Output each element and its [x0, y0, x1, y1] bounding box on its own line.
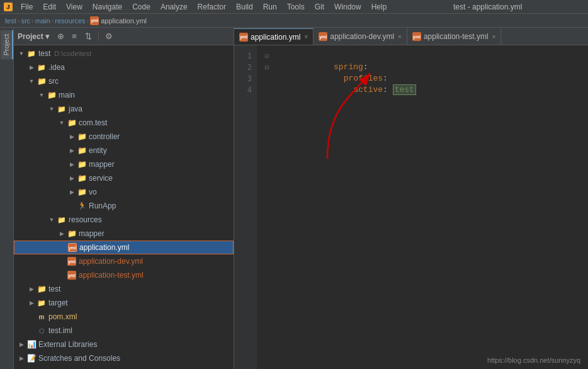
tree-label-resources: resources [69, 215, 102, 224]
tree-item-test-iml[interactable]: ▶ ⬡ test.iml [14, 324, 234, 338]
tab-yaml-icon: yml [239, 33, 248, 42]
breadcrumb-file[interactable]: application.yml [101, 17, 147, 25]
breadcrumb-main[interactable]: main [35, 17, 50, 25]
toolbar-sort-icon[interactable]: ⇅ [83, 31, 93, 42]
tree-item-mapper-java[interactable]: ▶ 📁 mapper [14, 157, 234, 171]
menu-view[interactable]: View [62, 1, 87, 13]
folder-icon: 📁 [77, 132, 87, 142]
folder-icon: 📁 [77, 159, 87, 169]
tree-label-idea: .idea [48, 63, 65, 72]
tree-label-target: target [48, 298, 68, 307]
fold-4 [257, 84, 277, 96]
menu-run[interactable]: Run [259, 1, 281, 13]
yaml-dev-icon: yml [67, 256, 77, 266]
scratch-icon: 📝 [26, 353, 37, 363]
menu-refactor[interactable]: Refactor [193, 1, 230, 13]
menu-help[interactable]: Help [367, 1, 392, 13]
menu-navigate[interactable]: Navigate [88, 1, 127, 13]
tab-application-test-yml[interactable]: yml application-test.yml × [407, 28, 502, 45]
tab-close-dev[interactable]: × [398, 33, 402, 40]
tree-item-test-dir[interactable]: ▶ 📁 test [14, 282, 234, 296]
menu-build[interactable]: Build [232, 1, 257, 13]
expand-arrow: ▶ [67, 161, 77, 167]
toolbar-settings-icon[interactable]: ⚙ [104, 31, 114, 42]
tree-label-application-test-yml: application-test.yml [79, 271, 144, 280]
toolbar-list-icon[interactable]: ≡ [69, 31, 79, 42]
folder-icon: 📁 [67, 118, 77, 128]
breadcrumb-resources[interactable]: resources [55, 17, 85, 25]
tab-close-test[interactable]: × [492, 33, 496, 40]
editor-tabs: yml application.yml × yml application-de… [234, 28, 588, 45]
tree-item-pom-xml[interactable]: ▶ m pom.xml [14, 310, 234, 324]
expand-arrow: ▶ [26, 64, 37, 71]
folder-icon: 📁 [37, 62, 47, 72]
tree-item-src[interactable]: ▼ 📁 src [14, 74, 234, 88]
tree-item-test-root[interactable]: ▼ 📁 test D:\code\test [14, 47, 234, 60]
tree-label-mapper: mapper [89, 160, 115, 169]
tree-item-mapper-res[interactable]: ▶ 📁 mapper [14, 227, 234, 241]
expand-arrow: ▼ [16, 50, 26, 57]
tree-item-runapp[interactable]: ▶ 🏃 RunApp [14, 199, 234, 213]
app-icon: J [4, 3, 13, 11]
folder-icon: 📁 [77, 173, 87, 183]
tree-label-entity: entity [89, 146, 107, 155]
tree-item-ext-libs[interactable]: ▶ 📊 External Libraries [14, 338, 234, 351]
breadcrumb-src[interactable]: src [21, 17, 30, 25]
tree-item-application-yml[interactable]: ▶ yml application.yml [14, 241, 234, 254]
code-editor[interactable]: spring: profiles: active: test [277, 45, 588, 369]
tree-path: D:\code\test [54, 50, 91, 57]
editor-area: yml application.yml × yml application-de… [234, 28, 588, 369]
tree-label-vo: vo [89, 188, 97, 196]
line-num-1: 1 [234, 50, 252, 62]
menu-file[interactable]: File [16, 1, 37, 13]
line-num-3: 3 [234, 73, 252, 84]
tree-label-com-test: com.test [79, 118, 107, 127]
menu-edit[interactable]: Edit [38, 1, 60, 13]
tree-item-service[interactable]: ▶ 📁 service [14, 171, 234, 185]
expand-arrow: ▼ [26, 78, 37, 84]
tree-item-main[interactable]: ▼ 📁 main [14, 88, 234, 102]
resources-folder-icon: 📁 [57, 215, 67, 225]
project-tab[interactable]: Project [1, 30, 13, 59]
tree-label-java: java [69, 105, 82, 113]
tree-item-application-test-yml[interactable]: ▶ yml application-test.yml [14, 268, 234, 282]
code-line-1: spring: [285, 50, 580, 62]
expand-arrow: ▼ [57, 120, 67, 126]
tree-item-com-test[interactable]: ▼ 📁 com.test [14, 116, 234, 130]
java-folder-icon: 📁 [57, 104, 67, 114]
expand-arrow: ▶ [57, 230, 67, 237]
tree-label-runapp: RunApp [89, 202, 116, 210]
folder-icon: 📁 [77, 187, 87, 197]
tree-label-test: test [38, 49, 50, 58]
menu-tools[interactable]: Tools [283, 1, 309, 13]
tab-application-yml[interactable]: yml application.yml × [234, 28, 314, 45]
tree-item-idea[interactable]: ▶ 📁 .idea [14, 60, 234, 74]
tab-label-application-test-yml: application-test.yml [424, 32, 489, 41]
tree-item-application-dev-yml[interactable]: ▶ yml application-dev.yml [14, 254, 234, 268]
tree-item-target[interactable]: ▶ 📁 target [14, 296, 234, 310]
tree-label-mapper-res: mapper [79, 229, 105, 238]
tab-application-dev-yml[interactable]: yml application-dev.yml × [314, 28, 407, 45]
tree-label-src: src [48, 77, 59, 86]
tree-item-entity[interactable]: ▶ 📁 entity [14, 144, 234, 157]
breadcrumb-test[interactable]: test [5, 17, 16, 25]
menu-window[interactable]: Window [330, 1, 366, 13]
main-layout: Project Project ▾ ⊕ ≡ ⇅ ⚙ ▼ 📁 test D:\co… [0, 28, 588, 369]
editor-content[interactable]: 1 2 3 4 ⊟ ⊟ spring: pro [234, 45, 588, 369]
menu-analyze[interactable]: Analyze [156, 1, 192, 13]
toolbar-add-icon[interactable]: ⊕ [55, 31, 65, 42]
target-folder-icon: 📁 [37, 298, 47, 308]
tree-item-vo[interactable]: ▶ 📁 vo [14, 185, 234, 199]
tree-label-test: test [48, 285, 60, 293]
tree-label-ext-libs: External Libraries [38, 340, 97, 349]
tree-item-scratches[interactable]: ▶ 📝 Scratches and Consoles [14, 351, 234, 365]
menu-code[interactable]: Code [128, 1, 155, 13]
tree-item-java[interactable]: ▼ 📁 java [14, 102, 234, 116]
tab-close-application-yml[interactable]: × [304, 33, 308, 40]
expand-arrow: ▶ [26, 286, 37, 292]
tree-item-controller[interactable]: ▶ 📁 controller [14, 130, 234, 144]
expand-arrow: ▶ [16, 355, 26, 361]
menu-git[interactable]: Git [310, 1, 329, 13]
tree-item-resources[interactable]: ▼ 📁 resources [14, 213, 234, 227]
code-active-value: test [393, 84, 416, 95]
